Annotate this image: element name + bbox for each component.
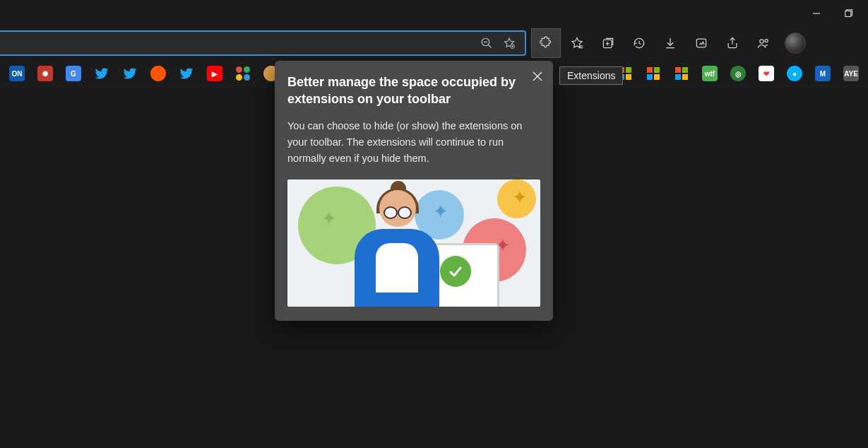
svg-line-4: [488, 45, 492, 48]
bookmark-ms2[interactable]: [639, 62, 667, 85]
extensions-tooltip: Extensions: [559, 66, 623, 85]
bookmark-heart[interactable]: ❤: [752, 62, 780, 85]
profile-avatar[interactable]: [785, 33, 806, 54]
popup-title: Better manage the space occupied by exte…: [287, 73, 540, 108]
star-lines-icon: [570, 36, 584, 50]
people-icon: [756, 36, 771, 50]
toolbar-actions: [532, 29, 806, 57]
bookmark-on[interactable]: ON: [3, 62, 31, 85]
checkmark-icon: [440, 256, 471, 287]
favorite-add-button[interactable]: [498, 32, 521, 54]
zoom-out-button[interactable]: [475, 32, 498, 54]
bookmark-aye[interactable]: AYE: [837, 62, 865, 85]
accounts-button[interactable]: [749, 29, 778, 57]
browser-toolbar: [0, 27, 868, 59]
downloads-button[interactable]: [656, 29, 684, 57]
bookmark-youtube[interactable]: ▶: [201, 62, 229, 85]
bookmark-twitter2[interactable]: [116, 62, 144, 85]
history-icon: [632, 36, 646, 50]
address-bar[interactable]: [0, 30, 526, 56]
popup-close-button[interactable]: [528, 66, 547, 86]
bookmark-atom[interactable]: ✺: [31, 62, 59, 85]
maximize-icon: [845, 9, 853, 18]
popup-illustration: ✦ ✦ ✦ ✦: [287, 179, 540, 307]
svg-rect-2: [845, 11, 851, 17]
close-icon: [533, 71, 542, 81]
bookmark-twitter3[interactable]: [172, 62, 201, 85]
svg-point-19: [765, 40, 768, 42]
bookmark-ms3[interactable]: [667, 62, 696, 85]
bookmark-wtf[interactable]: wtf: [696, 62, 724, 85]
share-icon: [725, 36, 739, 50]
history-button[interactable]: [625, 29, 653, 57]
svg-point-18: [760, 40, 763, 43]
collections-button[interactable]: [594, 29, 622, 57]
zoom-out-icon: [480, 37, 493, 49]
bookmark-cluster[interactable]: [229, 62, 257, 85]
extensions-button[interactable]: [532, 29, 560, 57]
puzzle-icon: [539, 36, 553, 50]
extensions-info-popup: Better manage the space occupied by exte…: [275, 61, 553, 321]
screenshot-button[interactable]: [687, 29, 715, 57]
bookmark-eco[interactable]: ◎: [724, 62, 752, 85]
screenshot-icon: [694, 36, 708, 50]
window-minimize-button[interactable]: [800, 2, 833, 25]
minimize-icon: [812, 9, 821, 18]
popup-body: You can choose to hide (or show) the ext…: [287, 118, 540, 167]
window-titlebar: [0, 0, 868, 27]
bookmark-twitter1[interactable]: [88, 62, 116, 85]
collections-icon: [601, 36, 615, 50]
bookmark-cam[interactable]: ●: [780, 62, 809, 85]
share-button[interactable]: [718, 29, 747, 57]
address-input[interactable]: [0, 32, 475, 54]
window-maximize-button[interactable]: [833, 2, 865, 25]
star-add-icon: [503, 37, 516, 49]
bookmark-reddit[interactable]: [144, 62, 172, 85]
favorites-button[interactable]: [563, 29, 591, 57]
bookmark-m[interactable]: M: [809, 62, 837, 85]
download-icon: [663, 36, 677, 50]
bookmark-translate[interactable]: G: [59, 62, 88, 85]
